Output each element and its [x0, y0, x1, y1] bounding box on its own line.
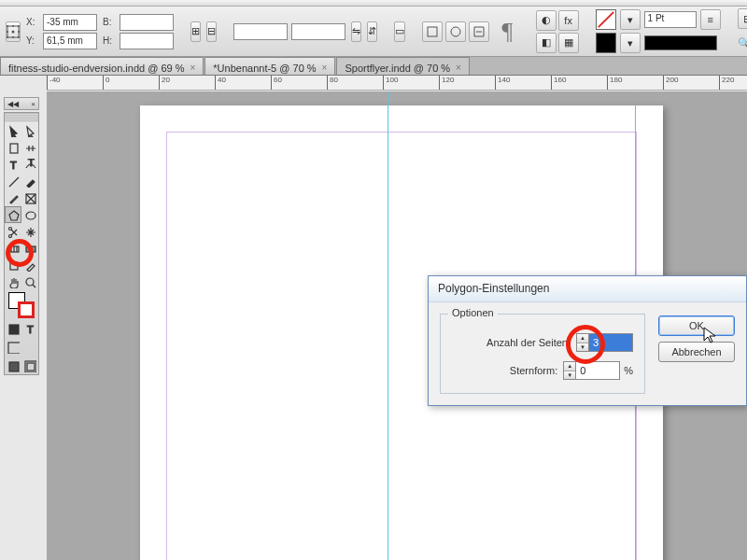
w-label: B:	[103, 17, 116, 27]
stroke-weight-input[interactable]: 1 Pt	[644, 11, 697, 28]
gradient-tool[interactable]	[5, 240, 21, 257]
close-icon[interactable]: ×	[322, 63, 328, 73]
ref-point-icon[interactable]	[6, 21, 21, 42]
page-tool[interactable]	[5, 139, 21, 156]
y-input[interactable]: 61,5 mm	[43, 33, 97, 49]
eyedropper-tool[interactable]	[21, 257, 38, 273]
stroke-menu-icon[interactable]: ▾	[620, 33, 641, 53]
line-tool[interactable]	[5, 173, 21, 189]
panel-grip[interactable]: ◀◀×	[4, 97, 39, 110]
flip-v-icon[interactable]: ⇵	[367, 21, 377, 42]
apply-color-icon[interactable]	[5, 320, 21, 337]
zoom-tool[interactable]	[21, 273, 38, 290]
star-label: Sternform:	[510, 365, 557, 376]
container-icon[interactable]: ▭	[394, 21, 405, 42]
close-icon[interactable]: ×	[190, 63, 196, 73]
direct-selection-tool[interactable]	[21, 122, 38, 139]
wrap-icon-1[interactable]	[422, 21, 443, 42]
view-mode-preview[interactable]	[5, 357, 21, 374]
pen-tool[interactable]	[21, 173, 38, 189]
fieldset-legend: Optionen	[448, 307, 498, 318]
scale-y-icon[interactable]: ⊟	[206, 21, 217, 42]
stroke-swatch[interactable]	[596, 33, 616, 53]
fill-stroke-proxy[interactable]	[5, 290, 38, 320]
fill-swatch[interactable]	[596, 9, 616, 30]
svg-text:T: T	[28, 159, 35, 168]
h-input[interactable]	[120, 33, 174, 49]
svg-point-4	[7, 31, 8, 33]
flip-h-icon[interactable]: ⇋	[351, 21, 361, 42]
zoom-icon: 🔍	[738, 37, 747, 49]
star-spinner[interactable]: ▲▼	[563, 361, 575, 380]
svg-rect-28	[26, 246, 35, 252]
svg-text:T: T	[10, 160, 17, 171]
corner-icon[interactable]: ◐	[536, 10, 557, 31]
frame-tool[interactable]	[21, 189, 38, 206]
svg-line-31	[33, 285, 35, 287]
svg-line-12	[598, 12, 613, 27]
note-tool[interactable]	[5, 257, 21, 273]
scale-x-icon[interactable]: ⊞	[190, 21, 201, 42]
shear-input[interactable]	[291, 23, 345, 40]
svg-rect-29	[10, 262, 18, 270]
stroke-style-icon[interactable]: ≡	[700, 9, 721, 30]
svg-point-21	[26, 212, 35, 219]
scissors-tool[interactable]	[5, 223, 21, 240]
w-input[interactable]	[120, 14, 174, 31]
x-input[interactable]: -35 mm	[43, 14, 97, 31]
ok-button[interactable]: OK	[658, 315, 735, 336]
svg-point-11	[451, 27, 460, 36]
sides-label: Anzahl der Seiten:	[486, 337, 571, 348]
hand-tool[interactable]	[5, 273, 21, 290]
svg-text:T: T	[27, 324, 34, 335]
tab-unbenannt[interactable]: *Unbenannt-5 @ 70 %×	[204, 57, 335, 75]
pencil-tool[interactable]	[5, 189, 21, 206]
fill-menu-icon[interactable]: ▾	[620, 9, 641, 30]
opacity-icon[interactable]: ◧	[536, 33, 557, 53]
apply-text-icon[interactable]: T	[21, 320, 38, 337]
gap-tool[interactable]	[21, 139, 38, 156]
sides-input[interactable]	[588, 333, 633, 352]
control-bar: X: -35 mm Y: 61,5 mm B: H: ⊞ ⊟ ⇋ ⇵ ▭ ¶ ◐…	[0, 7, 747, 57]
svg-point-5	[12, 30, 15, 33]
gradient-feather-tool[interactable]	[21, 240, 38, 257]
mystery-icon-1[interactable]: ⊞	[738, 8, 747, 29]
type-tool[interactable]: T	[5, 156, 21, 173]
h-label: H:	[103, 35, 116, 46]
wrap-icon-3[interactable]	[469, 21, 489, 42]
ellipse-tool[interactable]	[21, 206, 38, 223]
tab-fitness[interactable]: fitness-studio-endversion.indd @ 69 %×	[0, 57, 204, 75]
view-mode-normal[interactable]	[5, 337, 21, 357]
tools-panel: T T T	[4, 112, 39, 375]
rotate-input[interactable]	[233, 23, 288, 40]
svg-rect-13	[10, 144, 18, 153]
svg-point-8	[12, 36, 14, 38]
svg-point-9	[18, 36, 20, 38]
cancel-button[interactable]: Abbrechen	[658, 342, 735, 362]
svg-point-6	[18, 31, 20, 33]
y-label: Y:	[26, 35, 39, 46]
grid-icon[interactable]: ▦	[558, 33, 579, 53]
document-tabs: fitness-studio-endversion.indd @ 69 %× *…	[0, 57, 747, 76]
effects-icon[interactable]: fx	[558, 10, 579, 31]
tab-sportflyer[interactable]: Sportflyer.indd @ 70 %×	[336, 57, 470, 75]
svg-rect-10	[428, 27, 437, 36]
svg-point-3	[18, 25, 20, 27]
selection-tool[interactable]	[5, 122, 21, 139]
sides-spinner[interactable]: ▲▼	[576, 333, 588, 352]
stroke-type[interactable]	[644, 35, 717, 50]
view-mode-bleed[interactable]	[21, 357, 38, 374]
star-suffix: %	[624, 365, 633, 376]
svg-point-23	[8, 234, 11, 237]
polygon-settings-dialog: Polygon-Einstellungen Optionen Anzahl de…	[428, 275, 747, 406]
transform-tool[interactable]	[21, 223, 38, 240]
svg-line-16	[9, 177, 19, 187]
type-path-tool[interactable]: T	[21, 156, 38, 173]
close-icon[interactable]: ×	[456, 63, 461, 73]
star-input[interactable]	[575, 361, 620, 380]
svg-point-7	[7, 36, 8, 38]
ruler-horizontal: -40 0 20 40 60 80 100 120 140 160 180 20…	[47, 76, 747, 91]
svg-point-30	[26, 278, 34, 286]
wrap-icon-2[interactable]	[445, 21, 466, 42]
polygon-tool[interactable]	[5, 206, 21, 223]
